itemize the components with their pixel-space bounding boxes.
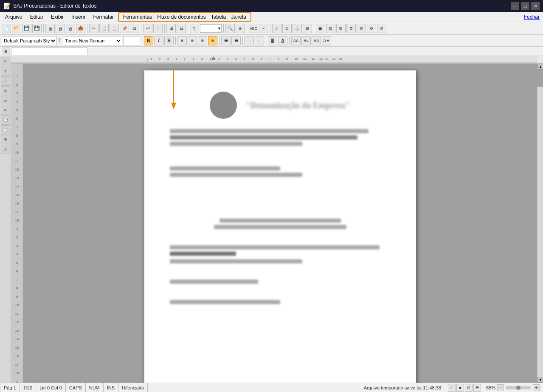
zoom-slider-thumb[interactable]: [516, 386, 520, 390]
special-char-button[interactable]: Ω: [130, 24, 139, 33]
svg-text:16: 16: [15, 354, 19, 358]
paste-button[interactable]: 📋: [110, 24, 119, 33]
case3-button[interactable]: AA: [312, 36, 321, 45]
uppercase-button[interactable]: AA: [291, 36, 301, 45]
list-ordered-button[interactable]: ☰: [231, 36, 241, 45]
highlight-button[interactable]: ▓: [268, 36, 277, 45]
side-tool-4[interactable]: ◎: [1, 86, 10, 95]
frame-btn[interactable]: □: [272, 24, 281, 33]
menu-fluxo[interactable]: Fluxo de documentos: [155, 14, 208, 20]
bold-button[interactable]: N: [144, 36, 153, 45]
font-select[interactable]: Times New Roman: [63, 36, 122, 45]
list-unordered-button[interactable]: ☰: [221, 36, 231, 45]
table-button[interactable]: ⊞: [166, 24, 176, 33]
align-left-button[interactable]: ≡: [177, 36, 187, 45]
search-btn[interactable]: 🔍: [225, 24, 235, 33]
zoom-increase-button[interactable]: +: [533, 384, 540, 391]
menu-arquivo[interactable]: Arquivo: [2, 13, 26, 21]
menu-editar[interactable]: Editar: [27, 13, 47, 21]
save-button[interactable]: 💾: [22, 24, 31, 33]
find-replace-btn[interactable]: ⊕: [236, 24, 245, 33]
scroll-up-button[interactable]: ▲: [537, 64, 543, 70]
scroll-down-button[interactable]: ▼: [537, 377, 543, 383]
maximize-button[interactable]: □: [521, 2, 529, 10]
side-tool-8[interactable]: 📋: [1, 125, 10, 134]
undo-button[interactable]: ↩: [143, 24, 152, 33]
macro6-btn[interactable]: ⚙: [367, 24, 376, 33]
zoom-slider[interactable]: [506, 386, 531, 389]
macro1-btn[interactable]: ▣: [316, 24, 325, 33]
underline-button[interactable]: S: [164, 36, 174, 45]
redo-button[interactable]: ↑: [153, 24, 163, 33]
scroll-thumb[interactable]: [537, 70, 543, 87]
side-tool-10[interactable]: ↗: [1, 145, 10, 154]
print-option-button[interactable]: 🖨: [66, 24, 75, 33]
italic-button[interactable]: I: [154, 36, 163, 45]
menu-tabela[interactable]: Tabela: [208, 14, 228, 20]
extra-btn[interactable]: ⚙: [377, 24, 386, 33]
side-tool-6[interactable]: ✏: [1, 106, 10, 115]
frame3-btn[interactable]: ⊞: [303, 24, 312, 33]
font-size-input[interactable]: 14: [123, 36, 140, 45]
scrollbar-right[interactable]: ▲ ▼: [537, 64, 543, 383]
side-tool-1[interactable]: ↖: [1, 57, 10, 66]
minimize-button[interactable]: ─: [511, 2, 519, 10]
style-select[interactable]: Default Paragraph Style: [2, 36, 57, 45]
macro3-btn[interactable]: ▥: [336, 24, 346, 33]
copy-button[interactable]: 📋: [99, 24, 109, 33]
align-center-button[interactable]: ≡: [188, 36, 197, 45]
case4-button[interactable]: A▼: [322, 36, 331, 45]
spell-btn[interactable]: ABC: [249, 24, 258, 33]
macro2-btn[interactable]: ▤: [326, 24, 335, 33]
new-button[interactable]: 📄: [2, 24, 11, 33]
font-color-button[interactable]: A: [278, 36, 287, 45]
view-icon-1[interactable]: □: [448, 384, 456, 392]
indent-decrease-button[interactable]: ←: [255, 36, 264, 45]
scroll-track[interactable]: [537, 70, 543, 377]
paste-special-button[interactable]: 📌: [120, 24, 129, 33]
side-tool-2[interactable]: T: [1, 67, 10, 76]
macro5-btn[interactable]: ⚙: [357, 24, 366, 33]
save-as-button[interactable]: 💾: [32, 24, 42, 33]
anchor-btn[interactable]: ⚓: [293, 24, 302, 33]
cut-button[interactable]: ✂: [89, 24, 98, 33]
open-button[interactable]: 📂: [12, 24, 21, 33]
sep-color: [266, 36, 266, 45]
view-icon-2[interactable]: ■: [456, 384, 464, 392]
menu-ferramentas[interactable]: Ferramentas: [121, 14, 155, 20]
fechar-button[interactable]: Fechar: [524, 14, 540, 20]
view-icon-3[interactable]: ⊡: [465, 384, 473, 392]
view-icon-4[interactable]: ☰: [473, 384, 481, 392]
align-justify-button[interactable]: ≡: [208, 36, 217, 45]
zoom-input[interactable]: 85%: [200, 26, 217, 31]
tool-icon-1[interactable]: ⊕: [2, 48, 10, 55]
side-tool-3[interactable]: □: [1, 76, 10, 86]
print-button[interactable]: 🖨: [45, 24, 55, 33]
svg-text:1: 1: [218, 57, 220, 60]
zoom-dropdown[interactable]: ▼: [217, 26, 221, 31]
menu-exibir[interactable]: Exibir: [48, 13, 67, 21]
print-preview-button[interactable]: 🖨: [56, 24, 65, 33]
export-button[interactable]: 📤: [76, 24, 85, 33]
macro4-btn[interactable]: ⚙: [346, 24, 356, 33]
zoom-decrease-button[interactable]: −: [497, 384, 504, 391]
status-position: Lin 0 Col 0: [36, 383, 66, 392]
style-input[interactable]: Apel-Gam e Juros [: [11, 48, 87, 55]
align-right-button[interactable]: ≡: [198, 36, 207, 45]
paragraph-btn[interactable]: ¶: [190, 24, 199, 33]
lowercase-button[interactable]: Aa: [301, 36, 311, 45]
indent-increase-button[interactable]: →: [245, 36, 254, 45]
side-tool-9[interactable]: ⚙: [1, 135, 10, 144]
side-tool-7[interactable]: 💬: [1, 115, 10, 125]
menu-janela[interactable]: Janela: [228, 14, 248, 20]
menu-formatar[interactable]: Formatar: [90, 13, 117, 21]
frame2-btn[interactable]: ⊡: [282, 24, 292, 33]
table-opt-button[interactable]: ⊟: [177, 24, 186, 33]
title-bar: 📝 SAJ Procuradorias - Editor de Textos ─…: [0, 0, 543, 12]
scroll-area[interactable]: "Denominação da Empresa": [23, 64, 537, 383]
close-button[interactable]: ✕: [531, 2, 540, 10]
spell2-btn[interactable]: ✓: [259, 24, 268, 33]
menu-inserir[interactable]: Inserir: [68, 13, 89, 21]
side-tool-5[interactable]: ▭: [1, 96, 10, 105]
svg-text:8: 8: [278, 57, 279, 60]
